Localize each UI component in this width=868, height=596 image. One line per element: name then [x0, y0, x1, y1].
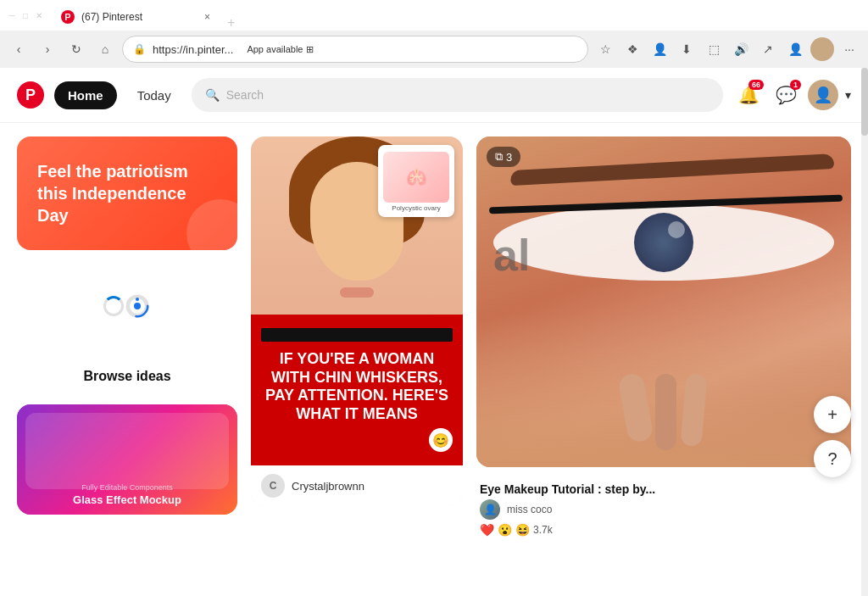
collection-count: 3 — [506, 151, 512, 164]
header-icons: 🔔 66 💬 1 👤 ▾ — [733, 80, 851, 110]
censored-bar — [261, 328, 453, 342]
collection-icon: ⧉ — [495, 150, 503, 164]
pin-author-avatar: C — [261, 474, 285, 498]
loading-indicator — [17, 264, 237, 348]
tab-bar: (67) Pinterest × + — [51, 0, 861, 31]
glass-card-subtitle: Fully Editable Components — [25, 483, 229, 492]
messages-button[interactable]: 💬 1 — [771, 80, 801, 110]
eye-makeup-image[interactable] — [476, 136, 851, 467]
glass-effect-card[interactable]: Fully Editable Components Glass Effect M… — [17, 404, 237, 515]
chin-card-image: 🫁 Polycystic ovary — [251, 136, 463, 315]
account-icon[interactable]: 👤 — [783, 37, 807, 61]
laugh-reaction: 😆 — [515, 523, 530, 537]
maximize-button[interactable]: □ — [20, 10, 31, 20]
notifications-button[interactable]: 🔔 66 — [733, 80, 764, 110]
user-avatar[interactable]: 👤 — [808, 80, 838, 110]
background-text-al: al — [493, 230, 530, 281]
chin-card-red-section: IF YOU'RE A WOMAN WITH CHIN WHISKERS, PA… — [251, 315, 463, 465]
eye-pin-title: Eye Makeup Tutorial : step by... — [480, 482, 848, 496]
scrollbar-thumb[interactable] — [861, 68, 868, 136]
nav-today-button[interactable]: Today — [127, 81, 181, 109]
search-bar[interactable]: 🔍 Search — [192, 78, 723, 112]
new-tab-button[interactable]: + — [227, 15, 235, 31]
chin-card-text: IF YOU'RE A WOMAN WITH CHIN WHISKERS, PA… — [261, 350, 453, 423]
reactions-row: ❤️ 😮 😆 3.7k — [480, 523, 848, 537]
spinner-svg — [124, 292, 151, 320]
inset-label: Polycystic ovary — [392, 204, 440, 212]
avatar-icon[interactable] — [810, 37, 834, 61]
tab-favicon — [61, 10, 75, 24]
nav-home-button[interactable]: Home — [54, 81, 117, 109]
close-button[interactable]: ✕ — [34, 10, 44, 20]
right-column: ⧉ 3 al — [476, 136, 851, 545]
chevron-down-icon[interactable]: ▾ — [845, 88, 851, 102]
browse-ideas-title: Browse ideas — [83, 369, 170, 383]
patriotism-text: Feel the patriotism this Independence Da… — [37, 160, 217, 226]
pinterest-logo[interactable]: P — [17, 81, 44, 109]
download-icon[interactable]: ⬇ — [675, 37, 698, 61]
browser-titlebar: ─ □ ✕ (67) Pinterest × + — [0, 0, 868, 31]
eye-author-row: 👤 miss coco — [480, 499, 848, 520]
patriotism-card[interactable]: Feel the patriotism this Independence Da… — [17, 136, 237, 250]
address-bar[interactable]: 🔒 https://in.pinter... App available ⊞ — [122, 36, 588, 63]
app-available-badge: App available ⊞ — [240, 42, 320, 57]
window-controls: ─ □ ✕ — [7, 10, 44, 20]
star-icon[interactable]: ☆ — [593, 37, 617, 61]
search-icon: 🔍 — [205, 88, 220, 102]
eye-author-name: miss coco — [507, 504, 552, 515]
translate-icon[interactable]: ⬚ — [702, 37, 726, 61]
help-fab-button[interactable]: ? — [814, 440, 851, 477]
search-placeholder: Search — [226, 88, 264, 102]
fab-container: + ? — [814, 396, 851, 477]
read-aloud-icon[interactable]: 🔊 — [729, 37, 753, 61]
lock-icon: 🔒 — [133, 43, 146, 55]
pin-author-name: Crystaljbrownn — [292, 480, 364, 493]
message-count-badge: 1 — [790, 80, 801, 90]
active-tab[interactable]: (67) Pinterest × — [51, 3, 220, 31]
browser-toolbar: ‹ › ↻ ⌂ 🔒 https://in.pinter... App avail… — [0, 31, 868, 68]
chin-whiskers-pin[interactable]: 🫁 Polycystic ovary IF YOU'RE A WOMAN WIT… — [251, 136, 463, 506]
home-button[interactable]: ⌂ — [93, 37, 117, 61]
main-content: Feel the patriotism this Independence Da… — [0, 123, 868, 559]
forward-button[interactable]: › — [36, 37, 59, 61]
back-button[interactable]: ‹ — [7, 37, 31, 61]
browse-ideas-section: Browse ideas — [17, 362, 237, 391]
collection-badge: ⧉ 3 — [487, 147, 520, 167]
svg-point-4 — [136, 298, 139, 301]
grid-icon: ⊞ — [306, 44, 314, 55]
inset-medical-image: 🫁 Polycystic ovary — [378, 145, 454, 217]
heart-reaction: ❤️ — [480, 523, 494, 537]
collections-icon[interactable]: ❖ — [620, 37, 644, 61]
notif-count-badge: 66 — [748, 80, 764, 90]
left-column: Feel the patriotism this Independence Da… — [17, 136, 237, 545]
middle-column: 🫁 Polycystic ovary IF YOU'RE A WOMAN WIT… — [251, 136, 463, 545]
address-text: https://in.pinter... — [153, 43, 233, 56]
scrollbar[interactable] — [861, 68, 868, 596]
tab-close-icon[interactable]: × — [204, 11, 210, 23]
pinterest-header: P Home Today 🔍 Search 🔔 66 💬 1 👤 ▾ — [0, 68, 868, 123]
menu-icon[interactable]: ··· — [837, 37, 861, 61]
svg-point-2 — [134, 303, 141, 309]
loading-spinner — [103, 296, 124, 316]
minimize-button[interactable]: ─ — [7, 10, 17, 20]
share-icon[interactable]: ↗ — [756, 37, 780, 61]
eye-author-avatar: 👤 — [480, 499, 500, 520]
wow-reaction: 😮 — [498, 523, 512, 537]
chin-card-emoji: 😊 — [429, 428, 453, 452]
pin-card-footer: C Crystaljbrownn — [251, 465, 463, 506]
browser-chrome: ─ □ ✕ (67) Pinterest × + ‹ › ↻ ⌂ 🔒 https… — [0, 0, 868, 68]
eye-pin-footer: Eye Makeup Tutorial : step by... 👤 miss … — [476, 474, 851, 545]
glass-card-title: Glass Effect Mockup — [25, 493, 229, 506]
tab-title: (67) Pinterest — [81, 11, 198, 23]
reaction-count: 3.7k — [533, 524, 553, 536]
profile-icon[interactable]: 👤 — [648, 37, 671, 61]
toolbar-icons: ☆ ❖ 👤 ⬇ ⬚ 🔊 ↗ 👤 ··· — [593, 37, 861, 61]
add-fab-button[interactable]: + — [814, 396, 851, 433]
refresh-button[interactable]: ↻ — [64, 37, 88, 61]
pinterest-app: P Home Today 🔍 Search 🔔 66 💬 1 👤 ▾ — [0, 68, 868, 596]
